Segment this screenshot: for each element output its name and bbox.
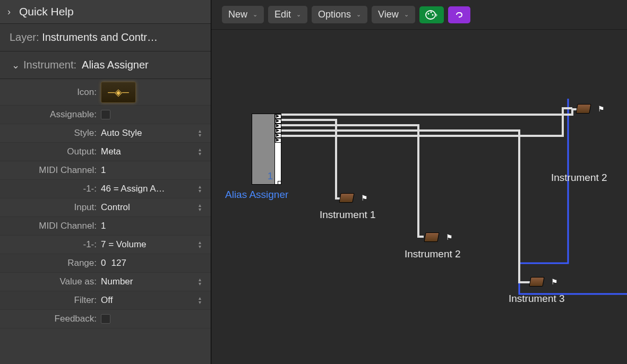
instrument-node[interactable]: ⚑ — [530, 277, 558, 287]
new-menu[interactable]: New⌄ — [222, 6, 264, 23]
prop-range-row: Range: 0 127 — [0, 254, 211, 273]
style-value[interactable]: Auto Style — [101, 128, 142, 138]
prop-valueas-label: Value as: — [7, 276, 101, 287]
instrument-icon — [529, 277, 544, 287]
view-menu[interactable]: View⌄ — [372, 6, 415, 23]
caret-down-icon: ⌄ — [356, 11, 361, 18]
prop-midi1-label: MIDI Channel: — [7, 165, 101, 176]
svg-text:›: › — [435, 11, 437, 19]
instrument-label[interactable]: Instrument 2 — [405, 248, 461, 260]
alias-assigner-label[interactable]: Alias Assigner — [225, 189, 288, 201]
prop-style-label: Style: — [7, 128, 101, 138]
instrument-value: Alias Assigner — [82, 59, 149, 71]
instrument-label[interactable]: Instrument 1 — [320, 209, 376, 221]
prop-neg1b-row: -1-: 7 = Volume ▴▾ — [0, 236, 211, 254]
svg-point-1 — [427, 13, 429, 14]
prop-input-row: Input: Control ▴▾ — [0, 198, 211, 217]
prop-neg1a-label: -1-: — [7, 184, 101, 194]
svg-point-3 — [432, 14, 433, 15]
prop-output-label: Output: — [7, 146, 101, 157]
instrument-node[interactable]: ⚑ — [577, 104, 605, 114]
instrument-node[interactable]: ⚑ — [340, 193, 368, 203]
resize-handle[interactable] — [278, 181, 281, 185]
output-stepper[interactable]: ▴▾ — [199, 148, 201, 156]
edit-menu[interactable]: Edit⌄ — [268, 6, 307, 23]
instrument-header[interactable]: ⌄ Instrument: Alias Assigner — [0, 51, 211, 79]
main-area: New⌄ Edit⌄ Options⌄ View⌄ › 1 — [211, 0, 627, 364]
prop-midi2-label: MIDI Channel: — [7, 221, 101, 231]
chevron-down-icon: ⌄ — [7, 59, 23, 71]
prop-assignable-label: Assignable: — [7, 109, 101, 120]
flag-icon: ⚑ — [551, 278, 558, 286]
prop-output-row: Output: Meta ▴▾ — [0, 143, 211, 161]
instrument-label[interactable]: Instrument 3 — [509, 293, 565, 305]
flag-icon: ⚑ — [361, 194, 368, 202]
neg1a-value[interactable]: 46 = Assign A… — [101, 184, 165, 194]
feedback-checkbox[interactable] — [101, 314, 110, 324]
link-button[interactable] — [448, 6, 470, 23]
quick-help-title: Quick Help — [19, 5, 74, 18]
prop-style-row: Style: Auto Style ▴▾ — [0, 124, 211, 143]
style-stepper[interactable]: ▴▾ — [199, 129, 201, 137]
prop-feedback-row: Feedback: — [0, 310, 211, 328]
input-value[interactable]: Control — [101, 202, 130, 213]
flag-icon: ⚑ — [598, 105, 605, 113]
svg-point-2 — [430, 11, 432, 13]
range-max[interactable]: 127 — [111, 258, 126, 268]
prop-midi2-row: MIDI Channel: 1 — [0, 217, 211, 236]
properties-panel: Icon: ─◈─ Assignable: Style: Auto Style … — [0, 79, 211, 364]
prop-midi1-row: MIDI Channel: 1 — [0, 161, 211, 180]
valueas-stepper[interactable]: ▴▾ — [199, 278, 201, 286]
prop-range-label: Range: — [7, 258, 101, 268]
layer-value: Instruments and Contr… — [42, 31, 158, 43]
output-port[interactable] — [275, 138, 281, 143]
instrument-label: Instrument: — [23, 59, 76, 71]
prop-neg1b-label: -1-: — [7, 239, 101, 250]
neg1b-stepper[interactable]: ▴▾ — [199, 240, 201, 249]
prop-assignable-row: Assignable: — [0, 106, 211, 124]
instrument-icon — [339, 193, 354, 203]
midi2-value[interactable]: 1 — [101, 221, 106, 231]
link-icon — [453, 10, 465, 20]
instrument-node[interactable]: ⚑ — [425, 232, 453, 242]
prop-icon-row: Icon: ─◈─ — [0, 79, 211, 106]
prop-valueas-row: Value as: Number ▴▾ — [0, 273, 211, 291]
prop-icon-label: Icon: — [7, 87, 101, 98]
valueas-value[interactable]: Number — [101, 276, 133, 287]
caret-down-icon: ⌄ — [253, 11, 257, 18]
instrument-label[interactable]: Instrument 2 — [551, 172, 607, 184]
prop-input-label: Input: — [7, 202, 101, 213]
prop-neg1a-row: -1-: 46 = Assign A… ▴▾ — [0, 180, 211, 198]
layer-label: Layer: — [10, 31, 39, 43]
input-stepper[interactable]: ▴▾ — [199, 203, 201, 212]
instrument-icon — [424, 232, 439, 242]
neg1a-stepper[interactable]: ▴▾ — [199, 185, 201, 193]
quick-help-header[interactable]: › Quick Help — [0, 0, 211, 24]
alias-assigner-object[interactable]: 1 — [252, 114, 281, 185]
environment-canvas[interactable]: 1 Alias Assigner ⚑ Instrument 1 ⚑ Instru… — [211, 30, 627, 364]
prop-filter-row: Filter: Off ▴▾ — [0, 291, 211, 310]
prop-filter-label: Filter: — [7, 295, 101, 306]
fader-icon: ─◈─ — [108, 86, 129, 98]
range-min[interactable]: 0 — [101, 258, 106, 268]
palette-icon: › — [425, 10, 439, 20]
caret-down-icon: ⌄ — [296, 11, 301, 18]
instrument-icon — [576, 104, 591, 114]
object-number: 1 — [268, 171, 273, 182]
caret-down-icon: ⌄ — [404, 11, 409, 18]
icon-selector[interactable]: ─◈─ — [101, 82, 136, 103]
assignable-checkbox[interactable] — [101, 110, 110, 119]
toolbar: New⌄ Edit⌄ Options⌄ View⌄ › — [211, 0, 627, 30]
filter-value[interactable]: Off — [101, 295, 113, 306]
options-menu[interactable]: Options⌄ — [312, 6, 367, 23]
neg1b-value[interactable]: 7 = Volume — [101, 239, 147, 250]
filter-stepper[interactable]: ▴▾ — [199, 296, 201, 305]
chevron-right-icon: › — [7, 6, 19, 18]
output-value[interactable]: Meta — [101, 146, 121, 157]
midi1-value[interactable]: 1 — [101, 165, 106, 176]
prop-feedback-label: Feedback: — [7, 314, 101, 324]
color-button[interactable]: › — [419, 6, 444, 23]
flag-icon: ⚑ — [446, 233, 453, 241]
layer-row[interactable]: Layer: Instruments and Contr… — [0, 24, 211, 51]
inspector-sidebar: › Quick Help Layer: Instruments and Cont… — [0, 0, 211, 364]
